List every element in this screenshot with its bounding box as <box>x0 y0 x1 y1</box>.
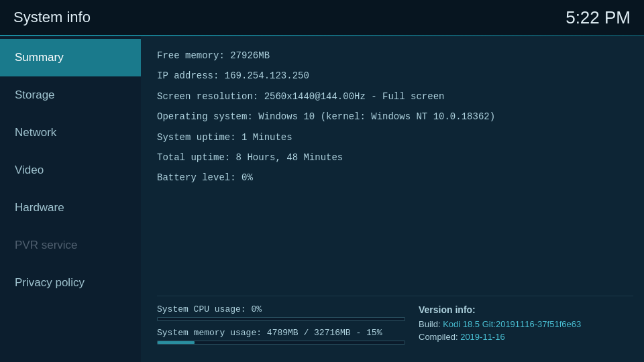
memory-progress-fill <box>158 341 195 344</box>
compiled-label: Compiled: <box>419 332 458 342</box>
build-line: Build: Kodi 18.5 Git:20191116-37f51f6e63 <box>419 319 633 329</box>
compiled-value: 2019-11-16 <box>460 332 505 342</box>
main-layout: Summary Storage Network Video Hardware P… <box>0 36 644 362</box>
sidebar-item-video[interactable]: Video <box>0 152 141 189</box>
compiled-line: Compiled: 2019-11-16 <box>419 332 633 342</box>
status-bar: System CPU usage: 0% System memory usage… <box>157 296 633 351</box>
info-line-5: System uptime: 1 Minutes <box>157 130 633 145</box>
version-info: Version info: Build: Kodi 18.5 Git:20191… <box>419 304 633 351</box>
app-title: System info <box>13 9 91 26</box>
info-line-7: Battery level: 0% <box>157 170 633 185</box>
content-area: Free memory: 27926MB IP address: 169.254… <box>141 36 644 362</box>
memory-progress-container <box>157 341 405 345</box>
build-label: Build: <box>419 319 441 329</box>
status-left: System CPU usage: 0% System memory usage… <box>157 304 405 351</box>
sidebar-item-summary[interactable]: Summary <box>0 39 141 76</box>
build-value: Kodi 18.5 Git:20191116-37f51f6e63 <box>443 319 581 329</box>
sidebar-item-privacy-policy[interactable]: Privacy policy <box>0 264 141 302</box>
clock: 5:22 PM <box>566 7 631 28</box>
header: System info 5:22 PM <box>0 0 644 35</box>
memory-label: System memory usage: 4789MB / 32716MB - … <box>157 328 405 338</box>
sidebar: Summary Storage Network Video Hardware P… <box>0 36 141 362</box>
sidebar-item-pvr-service: PVR service <box>0 227 141 264</box>
info-line-3: Screen resolution: 2560x1440@144.00Hz - … <box>157 89 633 104</box>
info-line-4: Operating system: Windows 10 (kernel: Wi… <box>157 109 633 124</box>
sidebar-item-network[interactable]: Network <box>0 114 141 152</box>
sidebar-item-storage[interactable]: Storage <box>0 76 141 114</box>
info-line-2: IP address: 169.254.123.250 <box>157 68 633 83</box>
info-line-6: Total uptime: 8 Hours, 48 Minutes <box>157 150 633 165</box>
cpu-label: System CPU usage: 0% <box>157 304 405 314</box>
info-area: Free memory: 27926MB IP address: 169.254… <box>157 48 633 296</box>
info-line-1: Free memory: 27926MB <box>157 48 633 63</box>
cpu-progress-container <box>157 317 405 321</box>
version-title: Version info: <box>419 304 633 315</box>
sidebar-item-hardware[interactable]: Hardware <box>0 189 141 227</box>
